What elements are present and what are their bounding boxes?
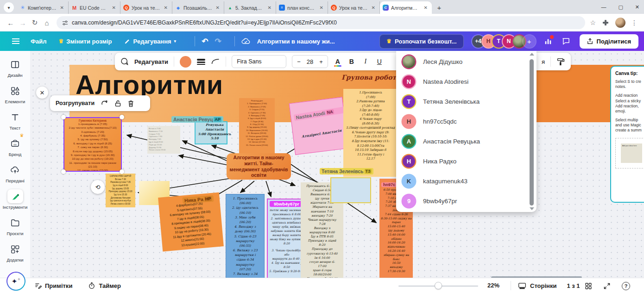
undo-button[interactable]: ↶: [202, 37, 208, 46]
scroll-up-icon[interactable]: [530, 53, 534, 56]
ungroup-button[interactable]: Розгрупувати: [56, 100, 95, 106]
collaborator-row[interactable]: NNastea Atodiresi: [396, 72, 537, 92]
stroke-weight-icon[interactable]: [197, 59, 205, 65]
sidebar-item-elements[interactable]: Елементи: [1, 84, 30, 104]
sidebar-item-uploads[interactable]: Передані: [1, 163, 30, 183]
alternate-icon[interactable]: [101, 100, 108, 107]
font-family-select[interactable]: Fira Sans: [232, 55, 286, 68]
sticky-note-humenyuk-selected[interactable]: Гуменюк Катерина1.прокидаюсь в (7:05)2.і…: [63, 117, 122, 172]
tab-close-icon[interactable]: ✕: [266, 5, 273, 11]
new-tab-button[interactable]: +: [434, 2, 445, 13]
collaborator-row[interactable]: 99bwb4y67pr: [396, 191, 537, 211]
fill-color-swatch[interactable]: [180, 56, 191, 68]
collaborator-row[interactable]: Hhn97cc5qdc: [396, 112, 537, 131]
group-work-label[interactable]: Групова робота: [341, 74, 402, 81]
tab-search-chevron-icon[interactable]: ▾: [4, 2, 14, 12]
minimize-button[interactable]: —: [601, 4, 606, 10]
pages-button[interactable]: Сторінки: [530, 282, 556, 289]
sticky-note-group-schedule[interactable]: 1.Просинаюсь(7:00)2.Ранкова рутина(7:20-…: [343, 89, 398, 177]
notes-button[interactable]: Примітки: [34, 282, 72, 289]
collaborator-row[interactable]: TТетяна Зеленівська: [396, 92, 537, 112]
maximize-button[interactable]: ▢: [618, 4, 623, 10]
sidebar-item-tools[interactable]: Інструменти: [1, 189, 30, 210]
tab-close-icon[interactable]: ✕: [423, 5, 429, 11]
font-size-increase[interactable]: +: [319, 58, 323, 65]
help-button[interactable]: ?: [622, 282, 630, 290]
sidebar-item-design[interactable]: Дизайн: [1, 57, 30, 78]
browser-tab[interactable]: ▲5. Заклади прос✕: [224, 1, 276, 14]
back-button[interactable]: ←: [5, 19, 17, 27]
zoom-level[interactable]: 22%: [487, 282, 499, 289]
bookmark-star-icon[interactable]: ☆: [590, 19, 596, 26]
zoom-slider-handle[interactable]: [435, 282, 442, 289]
sticky-note-small-white[interactable]: Встаю о 7:00Вмиваюсь 7:10Снідаю 7:20Одяг…: [147, 126, 180, 154]
fullscreen-icon[interactable]: [603, 282, 611, 290]
collaborator-row[interactable]: Kkatagumenuk43: [396, 171, 537, 191]
document-title[interactable]: Алгоритми в нашому жи...: [257, 38, 335, 45]
sidebar-item-apps[interactable]: Додатки: [1, 242, 30, 262]
font-size-decrease[interactable]: −: [297, 58, 301, 65]
file-menu[interactable]: Файл: [31, 38, 47, 45]
sticky-note-blue[interactable]: 1. Просинаюсь(06:00)2. іду одягатись(06:…: [226, 194, 265, 281]
tab-close-icon[interactable]: ✕: [370, 5, 377, 11]
browser-tab[interactable]: ◆Позашкільна ос✕: [172, 1, 224, 14]
grid-view-icon[interactable]: [585, 282, 592, 290]
mindmap-center-node[interactable]: Алгоритми в нашому житті. Тайм-менеджмен…: [227, 153, 291, 180]
collaborator-row[interactable]: AАнастасія Ревуцька: [396, 131, 537, 151]
comments-button[interactable]: [562, 37, 570, 45]
resize-menu[interactable]: ♛Змінити розмір: [59, 38, 112, 45]
tab-close-icon[interactable]: ✕: [318, 5, 325, 11]
tab-close-icon[interactable]: ✕: [215, 5, 221, 11]
sync-icon[interactable]: ⟲: [91, 180, 105, 194]
sticky-note-nastea[interactable]: [289, 97, 349, 155]
sticky-note-skryzhulyak[interactable]: СКРИЖУЛЯК СЕРГІЙВстаю 7:30Ранкова рутина…: [106, 174, 135, 207]
close-selection-icon[interactable]: ✕: [36, 87, 48, 99]
paint-roller-icon[interactable]: [556, 57, 565, 66]
scrollbar-thumb[interactable]: [530, 59, 534, 206]
scroll-down-icon[interactable]: [530, 207, 534, 210]
browser-tab[interactable]: CАлгоритми в на✕: [380, 1, 432, 14]
browser-menu-icon[interactable]: ⋮: [631, 19, 638, 26]
sidebar-item-brand[interactable]: ♛ co Бренд: [1, 137, 30, 157]
sidebar-item-text[interactable]: Текст: [1, 110, 30, 131]
sticky-note-tetyana[interactable]: [330, 177, 371, 203]
insights-button[interactable]: [544, 37, 552, 45]
browser-tab[interactable]: QУрок на тему: А✕: [328, 1, 380, 14]
selection-handle[interactable]: [61, 169, 66, 174]
selection-handle[interactable]: [120, 115, 124, 119]
tab-close-icon[interactable]: ✕: [111, 5, 117, 11]
trash-icon[interactable]: [127, 100, 134, 107]
home-button[interactable]: ⌂: [41, 19, 53, 27]
address-bar[interactable]: canva.com/design/DAG1vVE746E/BGaxkPSnRE6…: [57, 16, 585, 29]
text-color-button[interactable]: A: [334, 58, 342, 65]
selection-handle[interactable]: [61, 115, 66, 119]
editing-mode-menu[interactable]: Редагування▾: [124, 38, 177, 45]
forward-button[interactable]: →: [17, 19, 29, 27]
underline-button[interactable]: U: [375, 58, 384, 65]
extensions-icon[interactable]: [602, 19, 609, 26]
lock-icon[interactable]: [114, 100, 121, 107]
sidebar-item-projects[interactable]: Проєкти: [1, 216, 30, 236]
sticky-note-center-tall[interactable]: Розклад дня1. Прокидаюсь (7:00)2. Вмиваю…: [239, 98, 275, 155]
dropdown-scrollbar[interactable]: [529, 53, 534, 210]
main-menu-icon[interactable]: [12, 38, 19, 44]
add-collaborator-button[interactable]: +: [523, 35, 536, 48]
bold-button[interactable]: B: [347, 58, 356, 65]
upgrade-button[interactable]: ♛Розпочати безкошт...: [379, 34, 463, 49]
line-curve-icon[interactable]: [211, 58, 220, 65]
canva-assistant-button[interactable]: ✦✧: [6, 272, 25, 291]
edit-pen-icon[interactable]: [120, 57, 129, 66]
site-settings-icon[interactable]: [62, 20, 68, 26]
refresh-button[interactable]: ↻: [29, 19, 41, 27]
tab-close-icon[interactable]: ✕: [163, 5, 169, 11]
browser-tab[interactable]: MEU Code Week: Т✕: [69, 1, 120, 14]
italic-button[interactable]: I: [361, 58, 370, 65]
timer-button[interactable]: Таймер: [88, 282, 121, 289]
selection-handle[interactable]: [120, 169, 124, 174]
browser-tab[interactable]: QУрок на тему: А✕: [120, 1, 172, 14]
browser-profile-avatar[interactable]: [615, 18, 625, 28]
browser-tab[interactable]: ≡план конспект✕: [276, 1, 328, 14]
font-size-value[interactable]: 28: [307, 58, 313, 65]
tab-close-icon[interactable]: ✕: [59, 5, 65, 11]
browser-tab[interactable]: ✳Комп'ютерно-о✕: [17, 1, 69, 14]
